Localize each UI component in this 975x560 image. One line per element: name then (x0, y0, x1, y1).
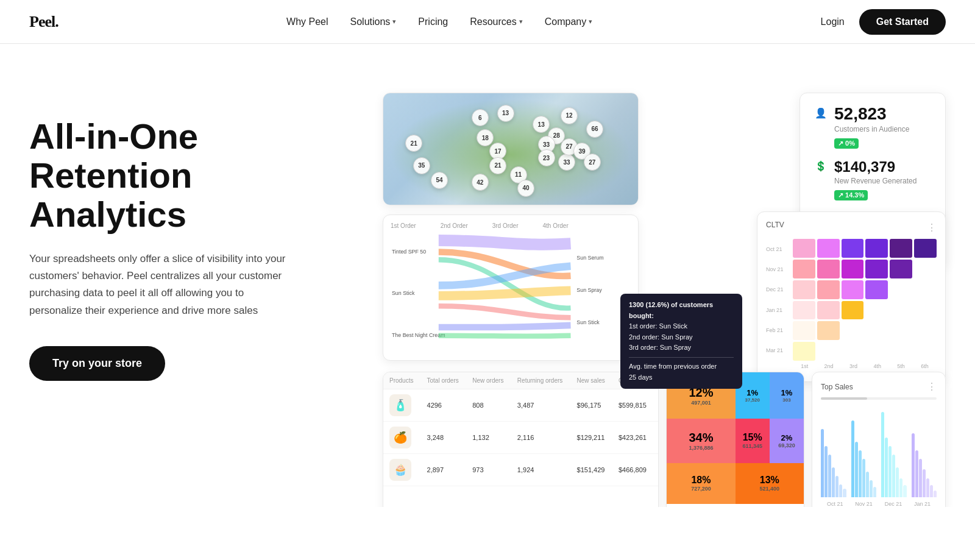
topsales-chart (821, 406, 937, 497)
bar (885, 438, 888, 497)
nav-solutions[interactable]: Solutions ▾ (350, 16, 397, 27)
map-bubble: 66 (586, 121, 603, 138)
bar-group (912, 406, 937, 497)
try-button[interactable]: Try on your store (29, 346, 165, 381)
returning-1: 3,487 (511, 389, 571, 422)
heat-cell (865, 342, 888, 361)
cltv-x-labels: 1st 2nd 3rd 4th 5th 6th (766, 363, 937, 369)
sankey-svg: Tinted SPF 50 Sun Stick The Best Night C… (391, 234, 631, 350)
nav-why-peel[interactable]: Why Peel (286, 16, 328, 27)
gross-3: $466,809 (612, 454, 658, 486)
bar (892, 455, 895, 497)
nav-company[interactable]: Company ▾ (545, 16, 592, 27)
revenue-badge: ↗ 14.3% (834, 190, 868, 200)
customers-badge: ↗ 0% (834, 138, 859, 149)
login-button[interactable]: Login (821, 16, 845, 27)
total-orders-3: 2,897 (421, 454, 467, 486)
heat-cell (817, 280, 840, 299)
product-icon: 🧁 (389, 459, 411, 481)
hero-section: All-in-One Retention Analytics Your spre… (0, 44, 975, 507)
treemap-bottom: 34% 1,376,886 15% 611,345 2% 69,320 (667, 419, 804, 463)
heat-cell (793, 280, 815, 299)
map-bubble: 35 (413, 157, 430, 174)
heat-cell (914, 301, 937, 320)
heat-cell (914, 239, 937, 258)
cltv-chart: Oct 21 Nov 21 Dec 21 Jan 21 Feb 21 Mar 2… (766, 239, 937, 361)
logo: Peel. (29, 13, 58, 31)
navbar: Peel. Why Peel Solutions ▾ Pricing Resou… (0, 0, 975, 44)
bar (888, 446, 892, 497)
heat-cell (914, 280, 937, 299)
heat-cell (842, 239, 864, 258)
col-products: Products (383, 372, 421, 389)
sankey-col1: 1st Order (391, 222, 416, 229)
sankey-col3: 3rd Order (492, 222, 519, 229)
returning-3: 1,924 (511, 454, 571, 486)
heat-cell (890, 260, 912, 278)
heat-cell (793, 260, 815, 278)
customers-label: Customers in Audience (834, 125, 931, 133)
treemap-cell-7: 18% 727,200 (667, 463, 735, 504)
treemap-top-right: 1% 37,520 1% 303 (736, 372, 804, 419)
sankey-header: 1st Order 2nd Order 3rd Order 4th Order (391, 222, 631, 229)
nav-resources[interactable]: Resources ▾ (470, 16, 522, 27)
svg-text:Tinted SPF 50: Tinted SPF 50 (392, 248, 426, 254)
heat-cell (817, 301, 840, 320)
bar (839, 484, 842, 497)
topsales-widget: Top Sales ⋮ Oct 21 Nov 21 Dec 21 Jan 21 (812, 372, 946, 507)
map-bubble: 18 (477, 129, 494, 146)
svg-text:Sun Stick: Sun Stick (392, 290, 415, 296)
heat-cell (890, 301, 912, 320)
heat-cell (842, 280, 864, 299)
bar (923, 469, 926, 497)
map-bubble: 40 (517, 180, 534, 197)
cltv-menu-icon[interactable]: ⋮ (927, 222, 937, 233)
heat-cell (842, 321, 864, 340)
bar (832, 467, 835, 497)
bar (881, 412, 884, 497)
sankey-widget: 1st Order 2nd Order 3rd Order 4th Order … (383, 214, 639, 361)
nav-pricing[interactable]: Pricing (418, 16, 448, 27)
heat-cell (890, 280, 912, 299)
table-row: 🧁 2,897 973 1,924 $151,429 $466,809 (383, 454, 658, 486)
map-bubble: 23 (538, 149, 555, 166)
sankey-col2: 2nd Order (441, 222, 468, 229)
nav-links: Why Peel Solutions ▾ Pricing Resources ▾… (286, 16, 592, 27)
bottom-widgets: Products Total orders New orders Returni… (383, 372, 946, 507)
customers-icon: 👤 (815, 107, 828, 121)
products-table: Products Total orders New orders Returni… (383, 372, 659, 507)
heat-cell (793, 321, 815, 340)
map-bubble: 6 (472, 109, 489, 126)
bar-group (851, 406, 877, 497)
revenue-label: New Revenue Generated (834, 177, 931, 185)
map-bubble: 12 (561, 107, 578, 124)
bar (896, 467, 899, 497)
col-newsales: New sales (571, 372, 612, 389)
heat-cell (817, 239, 840, 258)
get-started-button[interactable]: Get Started (859, 9, 946, 35)
new-sales-1: $96,175 (571, 389, 612, 422)
map-bubble: 13 (497, 105, 514, 122)
cltv-title: CLTV (766, 221, 784, 229)
bar-group (881, 406, 907, 497)
gross-2: $423,261 (612, 422, 658, 454)
heat-cell (817, 260, 840, 278)
bar (912, 433, 915, 497)
new-sales-3: $151,429 (571, 454, 612, 486)
svg-text:Sun Serum: Sun Serum (576, 255, 604, 261)
heat-cell (817, 342, 840, 361)
heat-cell (865, 239, 888, 258)
heat-cell (842, 260, 864, 278)
topsales-scrollbar[interactable] (821, 397, 937, 400)
topsales-menu-icon[interactable]: ⋮ (927, 381, 937, 392)
bar (828, 455, 831, 497)
bar (855, 442, 858, 497)
heat-cell (817, 321, 840, 340)
heat-cell (793, 301, 815, 320)
bar (919, 459, 922, 497)
map-bubble: 54 (431, 172, 448, 189)
treemap-cell-8: 13% 521,400 (736, 463, 804, 504)
product-icon: 🧴 (389, 394, 411, 416)
bar (859, 450, 862, 497)
heat-cell (842, 301, 864, 320)
